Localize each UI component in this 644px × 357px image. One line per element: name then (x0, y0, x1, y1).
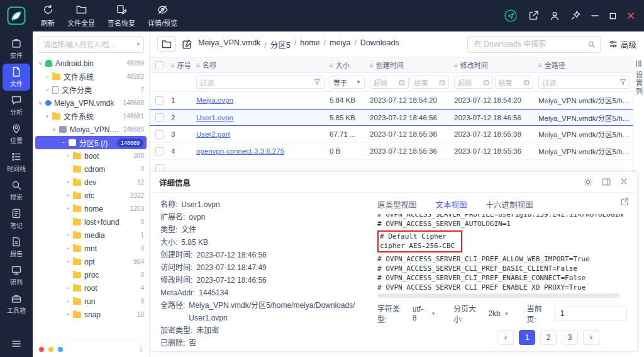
send-circle-icon[interactable] (504, 9, 518, 23)
viewer-tab[interactable]: 十六进制视图 (486, 198, 533, 210)
modified-end-filter[interactable]: 结束 (495, 76, 534, 89)
expander-icon[interactable]: − (60, 140, 67, 145)
chevron-down-icon[interactable]: ▾ (136, 41, 140, 47)
search-input[interactable] (467, 36, 601, 53)
next-page-button[interactable]: › (583, 330, 599, 345)
tree-node[interactable]: − 分区5 (/) 148669 (35, 136, 147, 149)
preview-toggle-button[interactable]: 详情/预览 (142, 1, 183, 30)
funnel-icon[interactable] (314, 79, 321, 86)
column-menu-icon[interactable]: ≡ (330, 62, 333, 69)
page-button[interactable]: 2 (540, 330, 557, 345)
expander-icon[interactable]: ∨ (43, 113, 51, 119)
created-end-filter[interactable]: 结束 (411, 76, 450, 89)
expander-icon[interactable]: > (43, 74, 51, 79)
table-row[interactable]: 1 Meiya.ovpn 5.84 KB 2023-07-12 18:54:20… (150, 92, 633, 109)
row-checkbox[interactable] (155, 113, 164, 122)
close-icon[interactable] (626, 11, 635, 20)
red-dot-indicator[interactable] (39, 347, 44, 352)
folder-view-button[interactable] (157, 37, 176, 52)
column-header[interactable]: ≡大小 (327, 60, 367, 70)
tree-node[interactable]: + snap 10 (33, 308, 149, 321)
expander-icon[interactable]: + (64, 193, 72, 198)
file-name-link[interactable]: User1.ovpn (196, 114, 233, 122)
pagesize-select[interactable]: 分页大小: 2kb ▼ (453, 303, 509, 324)
tree-node[interactable]: + home 1203 (33, 202, 149, 215)
table-row[interactable]: 2 User1.ovpn 5.85 KB 2023-07-12 18:46:56… (150, 109, 633, 126)
show-all-files-button[interactable]: 文件全显 (62, 1, 101, 30)
breadcrumb-segment[interactable]: Meiya_VPN.vmdk (198, 38, 260, 50)
sidebar-item-case[interactable]: 案件 (3, 35, 30, 62)
tree-node[interactable]: + mnt 0 (33, 242, 149, 255)
tree-node[interactable]: > 文件系统 48282 (33, 70, 149, 83)
text-content[interactable]: # OVPN_ACCESS_SERVER_PROFILE=user1@18.13… (377, 214, 627, 291)
expander-icon[interactable]: + (64, 298, 72, 304)
prev-page-button[interactable]: ‹ (497, 330, 514, 345)
tree-node[interactable]: + media 1 (33, 229, 149, 242)
tree-node[interactable]: + boot 300 (33, 149, 149, 162)
tree-node[interactable]: + opt 964 (33, 255, 149, 268)
page-button[interactable]: 3 (562, 330, 578, 345)
column-settings-label[interactable]: 设置列 (634, 71, 644, 96)
advanced-search-button[interactable]: 高级 (609, 38, 636, 50)
user-icon[interactable] (549, 10, 560, 21)
funnel-icon[interactable] (619, 79, 626, 86)
sidebar-item-timeline[interactable]: 时间线 (3, 149, 30, 176)
breadcrumb-segment[interactable]: home (291, 38, 320, 50)
breadcrumb-segment[interactable]: Downloads (350, 38, 399, 50)
expander-icon[interactable]: + (64, 206, 72, 212)
tree-node[interactable]: + root 4 (33, 281, 149, 295)
select-all-checkbox[interactable] (155, 61, 164, 69)
minimize-icon[interactable] (591, 11, 599, 20)
tree-node[interactable]: ∨ Meiya_VPN.v... 148680 (33, 123, 149, 136)
row-checkbox[interactable] (155, 130, 164, 139)
expander-icon[interactable]: + (64, 285, 72, 291)
resize-handle-icon[interactable]: ↕ (139, 346, 143, 353)
table-row[interactable]: 4 openvpn-connect-3.3.6.275 0 B 2023-07-… (150, 143, 633, 160)
sidebar-item-search[interactable]: 搜索 (3, 177, 30, 204)
yellow-dot-indicator[interactable] (48, 347, 53, 352)
tree-node[interactable]: proc 0 (33, 268, 149, 281)
sidebar-item-files[interactable]: 文件 (3, 64, 30, 91)
blue-dot-indicator[interactable] (58, 347, 63, 352)
export-icon[interactable] (527, 9, 540, 22)
tree-node[interactable]: ∨ Meiya_VPN.vmdk 148688 (33, 96, 149, 110)
column-menu-icon[interactable]: ≡ (454, 62, 458, 69)
holder-filter-input[interactable] (38, 37, 144, 53)
tree-node[interactable]: > 文件分类 7 (33, 83, 149, 96)
column-header[interactable]: ≡序号 (169, 60, 194, 70)
tree-node[interactable]: lost+found 0 (33, 215, 149, 229)
expander-icon[interactable]: + (64, 179, 72, 185)
expander-icon[interactable]: ∨ (36, 100, 44, 106)
created-start-filter[interactable]: 起始 (370, 76, 409, 89)
name-filter-input[interactable]: 过滤 (196, 76, 325, 89)
signature-recovery-button[interactable]: 签名恢复 (102, 1, 141, 30)
column-header[interactable]: ≡修改时间 (452, 60, 536, 70)
column-menu-icon[interactable]: ≡ (538, 62, 542, 69)
page-button[interactable]: 1 (519, 330, 535, 345)
expander-icon[interactable]: ∨ (50, 127, 58, 132)
modified-start-filter[interactable]: 起始 (454, 76, 493, 89)
column-header[interactable]: ≡创建时间 (367, 60, 452, 70)
column-menu-icon[interactable]: ≡ (171, 62, 175, 69)
column-settings-icon[interactable] (636, 60, 641, 67)
maximize-icon[interactable] (609, 12, 617, 20)
tree-node[interactable]: + dev 12 (33, 176, 149, 189)
row-checkbox[interactable] (155, 96, 164, 105)
current-page-input[interactable]: 1 (555, 307, 627, 320)
open-external-icon[interactable] (620, 197, 630, 207)
breadcrumb-segment[interactable]: meiya (320, 38, 351, 50)
column-menu-icon[interactable]: ≡ (370, 62, 374, 69)
close-panel-icon[interactable] (619, 177, 628, 187)
tree-node[interactable]: ∨ Android.bin 48289 (33, 57, 149, 70)
sidebar-item-report[interactable]: 报告 (3, 234, 30, 261)
expander-icon[interactable]: + (64, 232, 72, 238)
expander-icon[interactable]: + (64, 312, 72, 317)
row-checkbox[interactable] (155, 147, 164, 156)
column-header[interactable]: ≡全路径 (536, 60, 633, 70)
file-name-link[interactable]: User2.part (196, 130, 230, 138)
tree-node[interactable]: cdrom 0 (33, 162, 149, 176)
gear-icon[interactable] (583, 177, 593, 187)
pin-icon[interactable] (570, 10, 581, 21)
edit-path-icon[interactable] (182, 39, 192, 50)
size-operator-select[interactable]: 等于▼ (330, 76, 365, 89)
